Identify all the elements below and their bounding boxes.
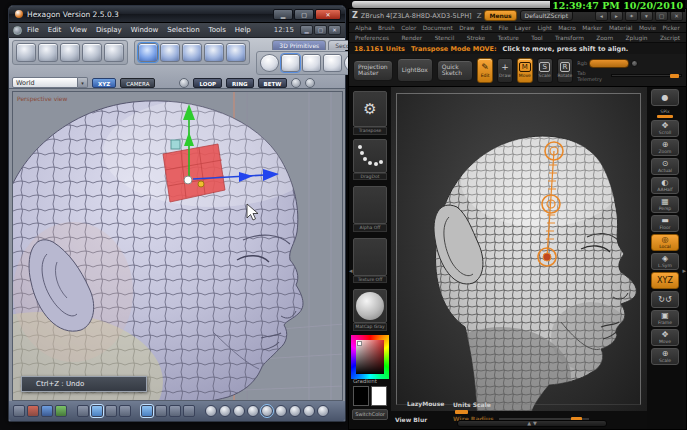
color-picker[interactable] (351, 335, 389, 379)
vertex-mode-cube[interactable] (138, 43, 158, 62)
move-mode-button[interactable]: M Move (517, 58, 533, 83)
scroll-down-icon[interactable]: ▼ (533, 421, 537, 426)
grow-selection-icon[interactable] (291, 78, 301, 88)
scroll-button[interactable]: ✥ Scroll (651, 120, 679, 137)
menu-item[interactable]: Tools (209, 26, 226, 34)
rgb-intensity-slider[interactable] (589, 59, 629, 68)
mdi-close-button[interactable]: ✕ (328, 25, 341, 35)
menu-item[interactable]: Layer (515, 25, 531, 31)
scene-list[interactable] (13, 405, 25, 417)
secondary-color-swatch[interactable] (371, 386, 387, 406)
shade-smooth-wire[interactable] (275, 405, 287, 417)
shade-wire[interactable] (219, 405, 231, 417)
extract-tool[interactable] (104, 43, 124, 62)
material-grid[interactable] (41, 405, 53, 417)
zbrush-canvas[interactable] (391, 87, 647, 411)
close-button[interactable]: ✕ (315, 9, 341, 20)
units-scale-slider[interactable] (455, 410, 468, 414)
blue-panel[interactable] (55, 405, 67, 417)
frame-button[interactable]: ▣ Frame (651, 310, 679, 327)
loop-button[interactable]: LOOP (193, 78, 222, 88)
nav-right-icon[interactable]: ▸ (610, 11, 623, 21)
menu-item[interactable]: Picker (663, 25, 680, 31)
material-slot[interactable] (353, 289, 387, 323)
slider-knob-icon[interactable] (631, 60, 638, 67)
world-selector-arrow-icon[interactable]: ▾ (78, 77, 88, 88)
menu-item[interactable]: Texture (498, 35, 519, 41)
grid-primitive[interactable] (323, 54, 342, 72)
menu-item[interactable]: Transform (555, 35, 584, 41)
edit-mode-button[interactable]: ✎ Edit (477, 58, 493, 83)
between-button[interactable]: BETW (258, 78, 288, 88)
zoom-button[interactable]: ⊕ Zoom (651, 139, 679, 156)
gradient-label[interactable]: Gradient (353, 379, 387, 385)
menu-item[interactable]: Window (131, 26, 159, 34)
persp-button[interactable]: ▦ Persp (651, 196, 679, 213)
menu-item[interactable]: Light (537, 25, 551, 31)
select-vertex[interactable] (105, 405, 117, 417)
alpha-slot[interactable] (353, 186, 387, 224)
mdi-maximize-button[interactable]: ▢ (314, 25, 327, 35)
shade-ghost[interactable] (289, 405, 301, 417)
menus-toggle-button[interactable]: Menus (484, 10, 516, 21)
select-edge[interactable] (119, 405, 131, 417)
menu-item[interactable]: Help (235, 26, 251, 34)
lightbox-button[interactable]: LightBox (397, 58, 433, 82)
menu-item[interactable]: File (27, 26, 39, 34)
menu-item[interactable]: Display (96, 26, 122, 34)
nav-left-icon[interactable]: ◂ (595, 11, 608, 21)
view-blur-button[interactable]: View Blur (395, 416, 427, 423)
menu-item[interactable]: Edit (48, 26, 62, 34)
aahalf-button[interactable]: ◐ AAHalf (651, 177, 679, 194)
left-tray-divider-icon[interactable]: ◂ (349, 267, 353, 275)
menu-item[interactable]: Selection (167, 26, 199, 34)
xyz-button[interactable]: XYZ (651, 272, 679, 289)
select-auto[interactable] (91, 405, 103, 417)
menu-item[interactable]: Draw (459, 25, 474, 31)
face-mode-cube[interactable] (160, 43, 180, 62)
menu-item[interactable]: Render (402, 35, 423, 41)
curve-tool[interactable] (38, 43, 58, 62)
rotate-mode-button[interactable]: R Rotate (557, 58, 574, 83)
shade-textured[interactable] (261, 405, 273, 417)
manip-rotate[interactable] (183, 405, 195, 417)
arc-tool[interactable] (60, 43, 80, 62)
hexagon-titlebar[interactable]: Hexagon Version 2.5.0.3 ▁ ▢ ✕ (9, 6, 345, 23)
hexagon-3d-viewport[interactable]: Perspective view (12, 91, 343, 401)
maximize-button[interactable]: ▢ (294, 9, 314, 20)
menu-item[interactable]: Stroke (467, 35, 485, 41)
move-button[interactable]: ✥ Move (651, 329, 679, 346)
ring-button[interactable]: RING (226, 78, 253, 88)
menu-item[interactable]: View (70, 26, 87, 34)
menu-item[interactable]: Color (401, 25, 416, 31)
shrink-selection-icon[interactable] (305, 78, 315, 88)
menu-item[interactable]: Document (423, 25, 453, 31)
scale-button[interactable]: ⊕ Scale (651, 348, 679, 365)
floor-button[interactable]: ▬ Floor (651, 215, 679, 232)
texture-slot[interactable] (353, 238, 387, 276)
current-stroke-thumbnail[interactable] (353, 139, 387, 173)
pen-tool[interactable] (27, 405, 39, 417)
current-brush-thumbnail[interactable]: ⚙ (353, 91, 387, 127)
object-mode-cube[interactable] (226, 43, 246, 62)
menu-item[interactable]: Marker (582, 25, 602, 31)
restore-icon[interactable]: ▢ (655, 11, 668, 21)
scale-mode-button[interactable]: S Scale (537, 58, 553, 83)
shade-clay[interactable] (317, 405, 329, 417)
right-tray-divider-icon[interactable]: ▸ (682, 267, 686, 275)
quick-sketch-button[interactable]: Quick Sketch (437, 60, 473, 81)
material-preview-sphere[interactable]: ● (651, 89, 679, 106)
shade-flat[interactable] (233, 405, 245, 417)
menu-item[interactable]: Zoom (596, 35, 613, 41)
shade-skin[interactable] (303, 405, 315, 417)
pick-tool-icon[interactable] (179, 78, 189, 88)
camera-toggle-button[interactable]: CAMERA (120, 78, 155, 88)
manip-translate[interactable] (169, 405, 181, 417)
spix-slider[interactable]: SPix (651, 108, 679, 118)
green-panel[interactable] (77, 405, 89, 417)
minimize-icon[interactable]: ▾ (640, 11, 653, 21)
lazymouse-button[interactable]: LazyMouse (407, 400, 444, 407)
main-color-swatch[interactable] (353, 386, 369, 406)
menu-item[interactable]: File (499, 25, 509, 31)
spin-buttons[interactable]: ↻↺ (651, 291, 679, 308)
